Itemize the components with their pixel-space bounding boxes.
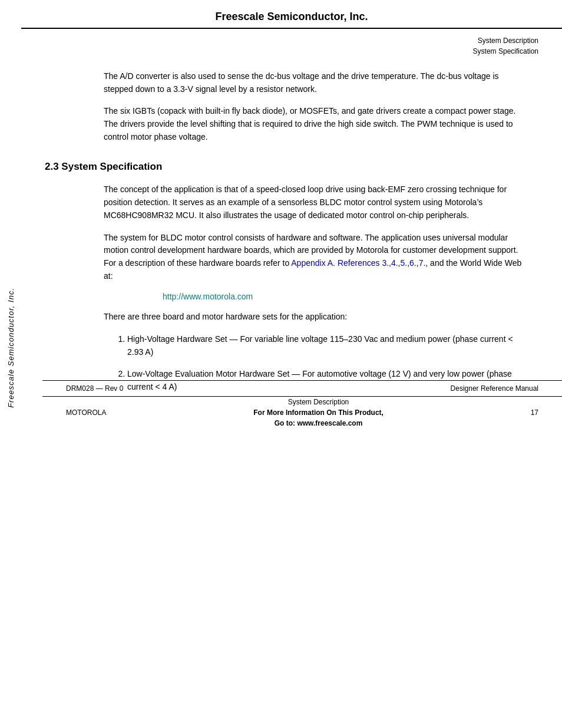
list-item-1-text: High-Voltage Hardware Set — For variable…: [127, 334, 513, 357]
paragraph-5: There are three board and motor hardware…: [104, 311, 527, 324]
footer-center-line1: System Description: [253, 397, 384, 407]
top-right-line2: System Specification: [473, 46, 538, 57]
footer-top: DRM028 — Rev 0 Designer Reference Manual: [42, 380, 562, 396]
paragraph-1: The A/D converter is also used to sense …: [104, 70, 527, 95]
sidebar: Freescale Semiconductor, Inc.: [0, 0, 21, 696]
main-content: The A/D converter is also used to sense …: [45, 29, 538, 429]
list-item-1: High-Voltage Hardware Set — For variable…: [127, 333, 527, 358]
footer-bottom-row: MOTOROLA System Description For More Inf…: [66, 397, 538, 429]
url-line: http://www.motorola.com: [163, 292, 527, 301]
footer-bottom: MOTOROLA System Description For More Inf…: [42, 396, 562, 429]
footer-bottom-left: MOTOROLA: [66, 409, 106, 417]
footer-left: DRM028 — Rev 0: [66, 384, 123, 393]
footer-right: Designer Reference Manual: [451, 384, 538, 393]
footer-center: System Description For More Information …: [253, 397, 384, 429]
footer-center-line2: For More Information On This Product,: [253, 407, 384, 418]
paragraph-4: The system for BLDC motor control consis…: [104, 232, 527, 283]
company-title: Freescale Semiconductor, Inc.: [215, 11, 368, 22]
paragraph-3: The concept of the application is that o…: [104, 183, 527, 222]
appendix-references-link[interactable]: Appendix A. References 3.,4.,5.,6.,7.: [291, 258, 425, 268]
top-right-line1: System Description: [473, 35, 538, 46]
top-right-labels: System Description System Specification: [473, 35, 538, 57]
paragraph-2: The six IGBTs (copack with built-in fly …: [104, 105, 527, 143]
footer-center-line3: Go to: www.freescale.com: [253, 418, 384, 429]
section-heading-2-3: 2.3 System Specification: [45, 161, 538, 173]
page-header: Freescale Semiconductor, Inc.: [21, 0, 562, 29]
sidebar-text: Freescale Semiconductor, Inc.: [6, 288, 15, 408]
footer-page-number: 17: [531, 409, 538, 417]
motorola-url[interactable]: http://www.motorola.com: [163, 292, 253, 301]
